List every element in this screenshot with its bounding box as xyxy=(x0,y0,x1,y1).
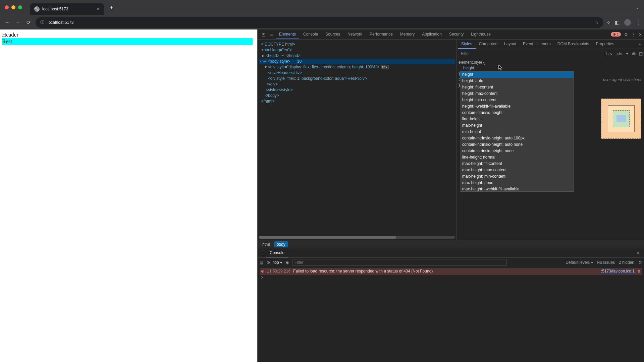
styles-tabs-overflow-icon[interactable]: » xyxy=(636,42,643,47)
autocomplete-item[interactable]: max-height: max-content xyxy=(460,167,574,173)
browser-tab[interactable]: localhost:5173 ✕ xyxy=(30,3,104,15)
new-tab-button[interactable]: + xyxy=(110,4,113,10)
autocomplete-item[interactable]: contain-intrinsic-height: auto none xyxy=(460,141,574,148)
autocomplete-item[interactable]: height: fit-content xyxy=(460,84,574,90)
styles-tab-dom-breakpoints[interactable]: DOM Breakpoints xyxy=(554,40,593,49)
drawer-menu-icon[interactable]: ⋮ xyxy=(260,251,266,255)
css-property-editing[interactable]: height xyxy=(463,66,474,70)
autocomplete-item[interactable]: contain-intrinsic-height xyxy=(460,110,574,116)
styles-tab-computed[interactable]: Computed xyxy=(476,40,501,49)
dom-node[interactable]: </body> xyxy=(259,93,455,99)
dom-node[interactable]: ▾<div style="display: flex; flex-directi… xyxy=(259,64,455,70)
profile-avatar[interactable] xyxy=(624,19,631,26)
styles-tab-layout[interactable]: Layout xyxy=(501,40,520,49)
tab-console[interactable]: Console xyxy=(300,29,321,39)
tab-application[interactable]: Application xyxy=(419,29,445,39)
side-panel-icon[interactable]: ◧ xyxy=(615,19,620,25)
close-tab-button[interactable]: ✕ xyxy=(97,7,100,11)
dom-node-selected[interactable]: ⋯▾<body style> == $0 xyxy=(259,59,455,64)
devtools-close-icon[interactable]: ✕ xyxy=(639,32,642,37)
styles-tab-event-listeners[interactable]: Event Listeners xyxy=(520,40,554,49)
log-levels-select[interactable]: Default levels ▾ xyxy=(566,260,593,265)
live-expression-icon[interactable]: ◉ xyxy=(285,260,289,265)
console-clear-icon[interactable]: ⊘ xyxy=(267,260,270,265)
dom-node[interactable]: </div> xyxy=(259,81,455,87)
back-button[interactable]: ← xyxy=(3,19,11,25)
device-toolbar-icon[interactable]: ▭ xyxy=(268,32,275,37)
cls-toggle[interactable]: .cls xyxy=(614,52,624,56)
drawer-close-icon[interactable]: ✕ xyxy=(635,251,642,255)
autocomplete-item[interactable]: contain-intrinsic-height: auto 100px xyxy=(460,135,574,141)
css-autocomplete-popup[interactable]: height height: auto height: fit-content … xyxy=(460,71,574,192)
box-model-widget[interactable] xyxy=(601,99,641,139)
autocomplete-item[interactable]: max-height: -webkit-fill-available xyxy=(460,186,574,192)
no-issues-label[interactable]: No Issues xyxy=(597,260,615,265)
breadcrumb-body[interactable]: body xyxy=(274,241,288,247)
selector-element-style[interactable]: element.style { xyxy=(459,60,485,65)
settings-gear-icon[interactable]: ⚙ xyxy=(624,32,628,37)
console-output[interactable]: ⊗ 11:50:29.216 Failed to load resource: … xyxy=(258,267,644,362)
styles-tab-styles[interactable]: Styles xyxy=(458,40,476,49)
styles-computed-toggle-icon[interactable]: ◫ xyxy=(637,51,644,56)
drawer-tab-console[interactable]: Console xyxy=(266,248,288,257)
dom-tree[interactable]: <!DOCTYPE html> <html lang="en"> ▸<head>… xyxy=(258,40,456,240)
minimize-window-button[interactable] xyxy=(11,5,15,9)
new-style-rule-icon[interactable]: + xyxy=(624,51,631,56)
dom-horizontal-scrollbar[interactable] xyxy=(259,236,455,239)
autocomplete-item[interactable]: height: -webkit-fill-available xyxy=(460,103,574,110)
breadcrumb-html[interactable]: html xyxy=(260,241,273,247)
dom-node[interactable]: <div>Header</div> xyxy=(259,70,455,76)
dom-node[interactable]: <div style="flex: 1; background-color: a… xyxy=(259,76,455,81)
console-error-row[interactable]: ⊗ 11:50:29.216 Failed to load resource: … xyxy=(260,268,642,275)
inspect-icon[interactable]: ◰ xyxy=(260,32,267,37)
dom-node[interactable]: </html> xyxy=(259,99,455,104)
styles-print-icon[interactable]: 🖶 xyxy=(631,51,637,56)
dom-node[interactable]: <!DOCTYPE html> xyxy=(259,42,455,47)
dom-node[interactable]: ▸<head> ⋯ </head> xyxy=(259,53,455,59)
chevron-down-icon[interactable]: ⌄ xyxy=(636,5,639,10)
autocomplete-item[interactable]: height: min-content xyxy=(460,97,574,103)
tab-lighthouse[interactable]: Lighthouse xyxy=(468,29,494,39)
maximize-window-button[interactable] xyxy=(18,5,22,9)
extensions-icon[interactable]: ⟡ xyxy=(607,19,610,25)
console-settings-icon[interactable]: ⚙ xyxy=(638,260,642,265)
devtools-menu-icon[interactable]: ⋮ xyxy=(631,32,635,37)
autocomplete-item[interactable]: line-height: normal xyxy=(460,154,574,161)
forward-button[interactable]: → xyxy=(14,19,21,25)
log-source-link[interactable]: :5173/favicon.ico:1 xyxy=(601,269,635,274)
console-filter-input[interactable] xyxy=(292,259,507,266)
dom-node[interactable]: <html lang="en"> xyxy=(259,47,455,53)
chrome-menu-icon[interactable]: ⋮ xyxy=(636,19,641,25)
styles-body[interactable]: element.style { height: ; } bo } user ag… xyxy=(457,58,644,240)
autocomplete-item[interactable]: contain-intrinsic-height: none xyxy=(460,148,574,154)
tab-elements[interactable]: Elements xyxy=(276,29,299,39)
bookmark-star-icon[interactable]: ☆ xyxy=(595,20,599,25)
hidden-count-label[interactable]: 2 hidden xyxy=(619,260,634,265)
autocomplete-item[interactable]: line-height xyxy=(460,116,574,122)
autocomplete-item[interactable]: max-height: min-content xyxy=(460,173,574,180)
autocomplete-item[interactable]: max-height: fit-content xyxy=(460,161,574,167)
tab-network[interactable]: Network xyxy=(344,29,366,39)
hov-toggle[interactable]: :hov xyxy=(603,52,614,56)
autocomplete-item[interactable]: height xyxy=(460,71,574,78)
console-sidebar-toggle-icon[interactable]: ▤ xyxy=(260,260,263,265)
autocomplete-item[interactable]: min-height xyxy=(460,129,574,135)
autocomplete-item[interactable]: max-height xyxy=(460,122,574,129)
styles-filter-input[interactable] xyxy=(458,50,602,57)
autocomplete-item[interactable]: max-height: none xyxy=(460,180,574,186)
dom-node[interactable]: <style></style> xyxy=(259,87,455,93)
flex-badge[interactable]: flex xyxy=(381,65,389,69)
tab-security[interactable]: Security xyxy=(446,29,467,39)
close-window-button[interactable] xyxy=(5,5,9,9)
autocomplete-item[interactable]: height: max-content xyxy=(460,90,574,97)
tab-performance[interactable]: Performance xyxy=(366,29,396,39)
tab-memory[interactable]: Memory xyxy=(397,29,418,39)
styles-tab-properties[interactable]: Properties xyxy=(593,40,618,49)
tab-sources[interactable]: Sources xyxy=(322,29,343,39)
error-count-badge[interactable]: ⊗ 1 xyxy=(611,32,621,37)
console-prompt[interactable]: > xyxy=(260,275,642,281)
site-info-icon[interactable]: ⓘ xyxy=(40,19,44,25)
console-context-select[interactable]: top ▾ xyxy=(273,260,282,265)
reload-button[interactable]: ⟳ xyxy=(25,19,32,25)
address-bar[interactable]: ⓘ localhost:5173 ☆ xyxy=(36,17,603,28)
